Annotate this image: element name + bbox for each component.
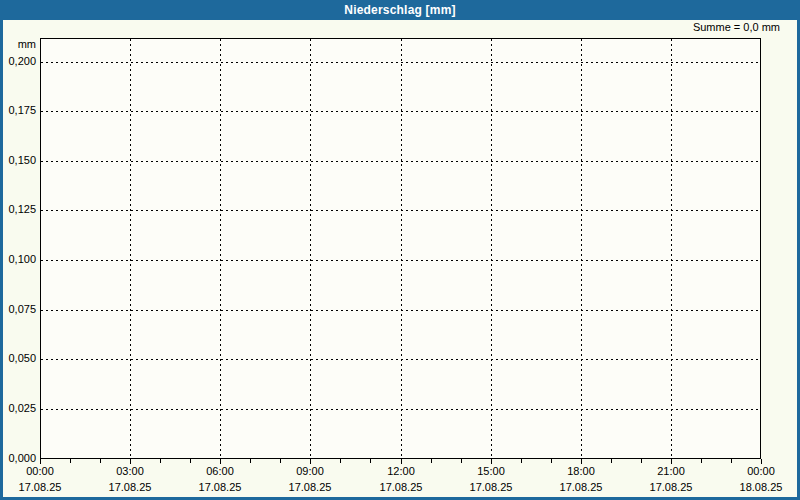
x-axis-tick: [40, 459, 41, 464]
x-axis-tick: [220, 459, 221, 464]
x-axis-time-label: 03:00: [98, 465, 162, 478]
x-axis-tick: [280, 459, 281, 463]
x-axis-time-label: 06:00: [188, 465, 252, 478]
y-axis-label: 0,200: [0, 55, 36, 68]
x-axis-tick: [491, 459, 492, 464]
x-axis-time-label: 18:00: [549, 465, 613, 478]
chart-title: Niederschlag [mm]: [344, 3, 455, 17]
x-axis-tick: [250, 459, 251, 463]
x-axis-tick: [100, 459, 101, 463]
x-axis-date-label: 17.08.25: [188, 481, 252, 494]
y-axis-label: 0,150: [0, 154, 36, 167]
x-axis-time-label: 21:00: [639, 465, 703, 478]
x-axis-date-label: 17.08.25: [369, 481, 433, 494]
x-axis-date-label: 17.08.25: [459, 481, 523, 494]
y-axis-unit-label: mm: [0, 38, 36, 51]
x-axis-tick: [70, 459, 71, 463]
x-axis-time-label: 15:00: [459, 465, 523, 478]
x-axis-tick: [431, 459, 432, 463]
y-axis-label: 0,100: [0, 253, 36, 266]
y-axis-label: 0,000: [0, 452, 36, 465]
x-axis-tick: [641, 459, 642, 463]
x-axis-date-label: 17.08.25: [639, 481, 703, 494]
precipitation-chart-window: Niederschlag [mm] Summe = 0,0 mm mm 0,20…: [0, 0, 800, 500]
x-axis-tick: [611, 459, 612, 463]
x-axis-date-label: 17.08.25: [549, 481, 613, 494]
x-axis-tick: [671, 459, 672, 464]
y-axis-label: 0,025: [0, 402, 36, 415]
x-axis-tick: [701, 459, 702, 463]
x-axis-date-label: 18.08.25: [729, 481, 793, 494]
x-axis-date-label: 17.08.25: [278, 481, 342, 494]
x-axis-time-label: 09:00: [278, 465, 342, 478]
sum-annotation: Summe = 0,0 mm: [693, 21, 780, 33]
x-axis-date-label: 17.08.25: [8, 481, 72, 494]
x-axis-tick: [551, 459, 552, 463]
plot-area: [40, 38, 761, 459]
x-axis-tick: [160, 459, 161, 463]
x-axis-tick: [521, 459, 522, 463]
x-axis-tick: [761, 459, 762, 464]
x-axis-time-label: 00:00: [729, 465, 793, 478]
titlebar: Niederschlag [mm]: [0, 0, 800, 20]
x-axis-tick: [370, 459, 371, 463]
x-axis-tick: [340, 459, 341, 463]
x-axis-tick: [731, 459, 732, 463]
y-axis-label: 0,075: [0, 303, 36, 316]
y-axis-label: 0,175: [0, 104, 36, 117]
x-axis-tick: [581, 459, 582, 464]
x-axis-tick: [461, 459, 462, 463]
gridlines-svg: [41, 39, 760, 458]
y-axis-label: 0,050: [0, 352, 36, 365]
x-axis-tick: [130, 459, 131, 464]
x-axis-tick: [401, 459, 402, 464]
x-axis-tick: [310, 459, 311, 464]
x-axis-time-label: 12:00: [369, 465, 433, 478]
x-axis-time-label: 00:00: [8, 465, 72, 478]
y-axis-label: 0,125: [0, 203, 36, 216]
x-axis-date-label: 17.08.25: [98, 481, 162, 494]
x-axis-tick: [190, 459, 191, 463]
